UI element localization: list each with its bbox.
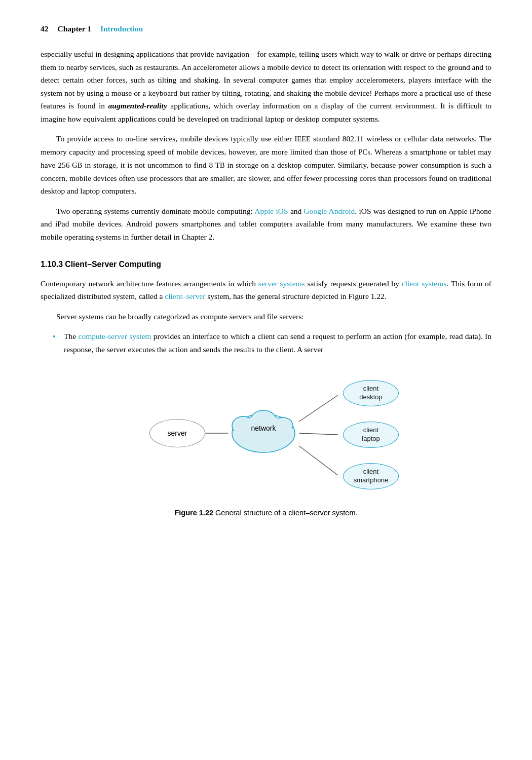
link-server-systems[interactable]: server systems bbox=[258, 279, 305, 288]
node-client-desktop: clientdesktop bbox=[343, 380, 399, 406]
page-number: 42 bbox=[41, 24, 49, 33]
paragraph-3: Two operating systems currently dominate… bbox=[41, 205, 491, 244]
chapter-label: Chapter 1 bbox=[58, 24, 91, 33]
node-server: server bbox=[149, 419, 205, 447]
node-network-label: network bbox=[228, 424, 299, 432]
link-compute-server[interactable]: compute-server system bbox=[79, 332, 151, 340]
bullet-list: • The compute-server system provides an … bbox=[53, 330, 491, 356]
node-client-smartphone: clientsmartphone bbox=[343, 463, 399, 489]
bullet-text-compute-server: The compute-server system provides an in… bbox=[64, 330, 491, 356]
diagram: server network clientdesktop clientlapto… bbox=[119, 371, 413, 503]
figure-caption: Figure 1.22 General structure of a clien… bbox=[174, 509, 357, 517]
svg-point-4 bbox=[232, 414, 295, 452]
link-google-android[interactable]: Google Android bbox=[304, 207, 355, 215]
chapter-title: Introduction bbox=[100, 24, 143, 33]
figure-caption-text: General structure of a client–server sys… bbox=[213, 509, 357, 517]
bullet-dot: • bbox=[53, 331, 58, 343]
paragraph-5: Server systems can be broadly categorize… bbox=[41, 310, 491, 323]
paragraph-2: To provide access to on-line services, m… bbox=[41, 132, 491, 197]
svg-line-1 bbox=[299, 395, 338, 422]
bullet-item-compute-server: • The compute-server system provides an … bbox=[53, 330, 491, 356]
figure-caption-bold: Figure 1.22 bbox=[174, 509, 213, 517]
link-client-server[interactable]: client–server bbox=[165, 292, 205, 300]
link-client-systems[interactable]: client systems bbox=[402, 279, 446, 288]
svg-line-3 bbox=[299, 446, 338, 475]
paragraph-1: especially useful in designing applicati… bbox=[41, 48, 491, 125]
page-header: 42 Chapter 1 Introduction bbox=[41, 24, 491, 33]
link-apple-ios[interactable]: Apple iOS bbox=[254, 207, 288, 215]
paragraph-4: Contemporary network architecture featur… bbox=[41, 277, 491, 303]
svg-line-2 bbox=[299, 433, 338, 435]
figure-1-22-container: server network clientdesktop clientlapto… bbox=[41, 371, 491, 517]
section-heading: 1.10.3 Client–Server Computing bbox=[41, 260, 491, 269]
node-client-laptop: clientlaptop bbox=[343, 422, 399, 448]
